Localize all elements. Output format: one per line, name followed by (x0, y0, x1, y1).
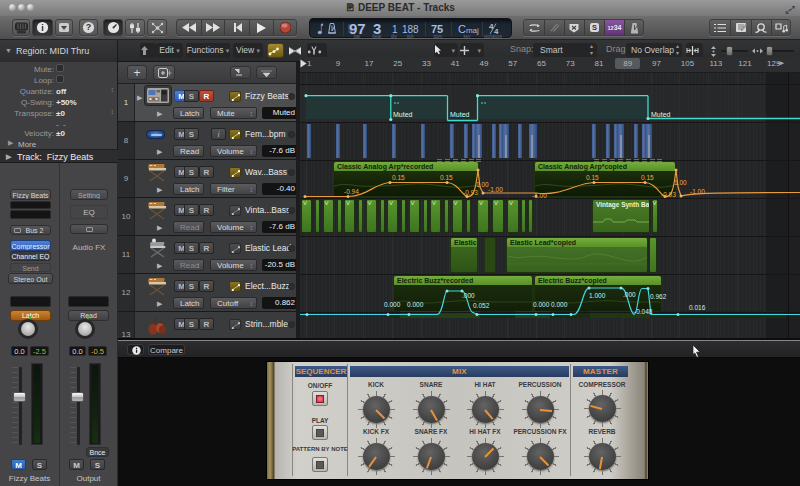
svg-text:i: i (41, 23, 44, 33)
svg-text:0.15: 0.15 (440, 174, 453, 181)
svg-text:0.000: 0.000 (384, 301, 401, 308)
svg-text:beat: beat (373, 34, 383, 39)
svg-text:tick: tick (407, 34, 415, 39)
svg-text:.000: .000 (623, 291, 636, 298)
svg-text:-1.00: -1.00 (488, 186, 503, 193)
svg-text:0.15: 0.15 (392, 174, 405, 181)
svg-text:-0.93: -0.93 (661, 191, 676, 198)
svg-text:1.00: 1.00 (674, 179, 687, 186)
svg-text:S: S (591, 23, 596, 32)
svg-text:0.016: 0.016 (689, 304, 706, 311)
svg-text:bpm: bpm (434, 34, 443, 39)
svg-text:-0.048: -0.048 (634, 308, 653, 315)
svg-text:key: key (463, 34, 471, 39)
svg-text:0.000: 0.000 (407, 301, 424, 308)
svg-text:?: ? (86, 22, 92, 32)
svg-text:Muted: Muted (651, 111, 671, 118)
svg-text:0.000: 0.000 (551, 301, 568, 308)
svg-text:-0.94: -0.94 (344, 188, 359, 195)
svg-text:188: 188 (402, 24, 419, 35)
svg-text:0.962: 0.962 (650, 293, 667, 300)
svg-text:Cmaj: Cmaj (458, 23, 479, 35)
svg-text:75: 75 (431, 23, 443, 35)
svg-text:Muted: Muted (393, 111, 413, 118)
svg-text:0.052: 0.052 (473, 302, 490, 309)
svg-text:signature: signature (484, 34, 503, 39)
svg-text:Muted: Muted (450, 111, 470, 118)
svg-text:1: 1 (392, 24, 398, 35)
svg-text:-1.00: -1.00 (690, 188, 705, 195)
svg-text:.000: .000 (462, 292, 475, 299)
svg-text:-1.00: -1.00 (532, 192, 547, 199)
svg-text:1.000: 1.000 (589, 292, 606, 299)
svg-text:0.000: 0.000 (533, 301, 550, 308)
svg-text:0.15: 0.15 (586, 174, 599, 181)
svg-text:div: div (391, 34, 398, 39)
svg-text:-0.93: -0.93 (463, 189, 478, 196)
svg-text:0.15: 0.15 (641, 174, 654, 181)
svg-text:bar: bar (354, 34, 361, 39)
